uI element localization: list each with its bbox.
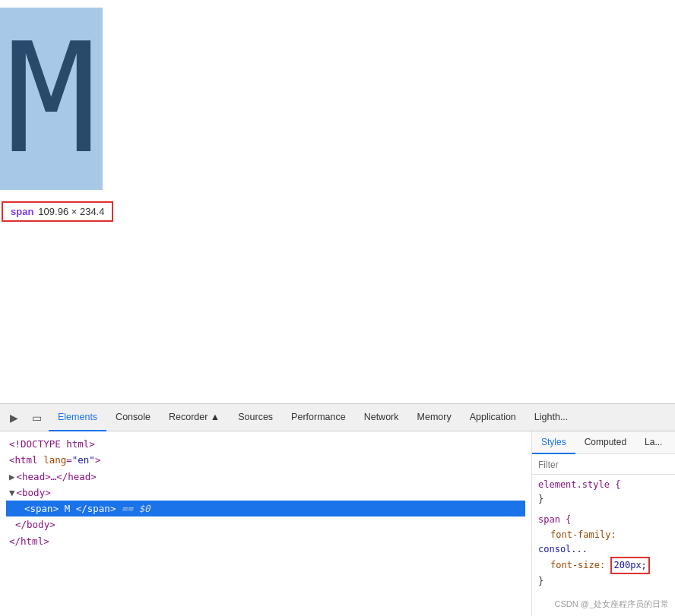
tab-recorder[interactable]: Recorder ▲ <box>160 404 229 431</box>
select-element-icon[interactable]: ▶ <box>3 407 24 428</box>
tooltip-size: 109.96 × 234.4 <box>38 206 104 217</box>
main-content: M span 109.96 × 234.4 <box>0 0 675 403</box>
subtab-styles[interactable]: Styles <box>532 431 575 454</box>
styles-subtabs: Styles Computed La... <box>532 431 675 454</box>
dom-html-close: </html> <box>6 533 525 549</box>
tooltip-tag: span <box>11 206 33 217</box>
subtab-layout[interactable]: La... <box>635 431 671 454</box>
element-style-block: element.style { } <box>538 478 669 507</box>
element-tooltip: span 109.96 × 234.4 <box>2 201 113 222</box>
dom-body-open[interactable]: ▼<body> <box>6 485 525 501</box>
tab-elements[interactable]: Elements <box>49 404 106 431</box>
device-toolbar-icon[interactable]: ▭ <box>26 407 47 428</box>
dom-html: <html lang="en"> <box>6 452 525 468</box>
letter-m-display: M <box>5 23 97 175</box>
styles-panel: Styles Computed La... element.style { <box>532 431 675 616</box>
tab-memory[interactable]: Memory <box>408 404 461 431</box>
tab-console[interactable]: Console <box>106 404 160 431</box>
dom-span-selected[interactable]: <span> M </span> == $0 <box>6 501 525 516</box>
span-style-block: span { font-family: consol... font-size:… <box>538 513 669 589</box>
subtab-computed[interactable]: Computed <box>575 431 635 454</box>
devtools-tabs: ▶ ▭ Elements Console Recorder ▲ Sources … <box>0 404 675 431</box>
csdn-watermark: CSDN @_处女座程序员的日常 <box>554 599 669 610</box>
devtools-panel: ▶ ▭ Elements Console Recorder ▲ Sources … <box>0 403 675 616</box>
tab-lighthouse[interactable]: Lighth... <box>525 404 577 431</box>
styles-content: element.style { } span { font-family: co… <box>532 475 675 616</box>
filter-input[interactable] <box>538 460 669 470</box>
dom-body-close: </body> <box>6 516 525 532</box>
tab-sources[interactable]: Sources <box>229 404 282 431</box>
dom-doctype: <!DOCTYPE html> <box>6 436 525 452</box>
letter-m-box: M <box>0 8 103 190</box>
tab-network[interactable]: Network <box>355 404 408 431</box>
dom-panel[interactable]: <!DOCTYPE html> <html lang="en"> ▶<head>… <box>0 431 532 616</box>
devtools-body: <!DOCTYPE html> <html lang="en"> ▶<head>… <box>0 431 675 616</box>
tab-performance[interactable]: Performance <box>282 404 355 431</box>
filter-bar <box>532 454 675 475</box>
font-size-highlighted: 200px; <box>610 557 649 574</box>
dom-head[interactable]: ▶<head>…</head> <box>6 469 525 485</box>
tab-application[interactable]: Application <box>461 404 525 431</box>
